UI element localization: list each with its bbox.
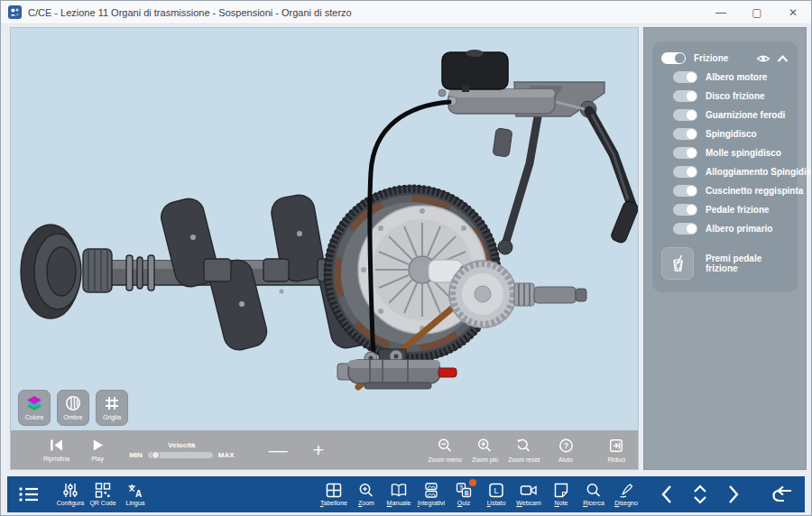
speed-decrease-button[interactable]: — — [269, 440, 288, 459]
toolbar-item-ricerca[interactable]: Ricerca — [577, 483, 610, 506]
return-arrow-icon[interactable] — [770, 484, 794, 504]
zoom-label: Zoom — [358, 500, 374, 506]
toolbar-item-manuale[interactable]: Manuale — [383, 483, 415, 506]
speed-slider[interactable] — [148, 452, 213, 458]
toolbar-item-zoom[interactable]: Zoom — [350, 483, 383, 506]
media-stack-icon — [423, 483, 439, 498]
quiz-notification-dot — [469, 479, 476, 486]
chevrons-up-down-icon[interactable] — [691, 484, 709, 505]
minimize-button[interactable]: — — [703, 1, 739, 23]
toolbar-navigation — [660, 484, 794, 505]
maximize-button[interactable]: ▢ — [739, 1, 775, 23]
toggle-spingidisco[interactable] — [673, 128, 697, 140]
zoom-in-label: Zoom più — [472, 456, 498, 463]
board-grid-icon — [326, 483, 342, 498]
chevron-up-icon[interactable] — [777, 54, 789, 63]
toolbar-item-quiz[interactable]: ? B Quiz — [448, 483, 480, 506]
toggle-molle-spingidisco[interactable] — [673, 147, 697, 159]
toggle-label: Spingidisco — [706, 129, 757, 139]
svg-text:?: ? — [563, 441, 568, 450]
toolbar-item-tabellone[interactable]: Tabellone — [318, 483, 350, 506]
svg-text:A: A — [135, 489, 142, 498]
toolbar-item-webcam[interactable]: Webcam — [512, 483, 545, 506]
qr-code-label: QR Code — [89, 500, 115, 506]
toolbar-item-lingua[interactable]: A Lingua — [119, 483, 152, 506]
zoom-out-button[interactable]: Zoom meno — [429, 438, 462, 463]
griglia-label: Griglia — [103, 414, 121, 420]
collapse-exit-icon — [608, 438, 624, 454]
toggle-row: Molle spingidisco — [661, 146, 789, 160]
primary-shaft-gear — [449, 261, 586, 327]
magnifier-reset-icon — [515, 438, 532, 454]
press-gesture-icon — [669, 253, 687, 273]
toggle-alloggiamento-spingidisco[interactable] — [673, 166, 697, 178]
note-label: Note — [555, 500, 568, 506]
chevron-right-icon[interactable] — [727, 484, 740, 504]
colore-button[interactable]: Colore — [18, 390, 51, 426]
eye-icon[interactable] — [756, 53, 770, 64]
toggle-label: Pedale frizione — [706, 205, 770, 215]
ombre-label: Ombre — [63, 414, 82, 420]
toggle-label: Guarnizione ferodi — [706, 110, 785, 120]
toggle-label: Disco frizione — [706, 91, 765, 101]
toggle-row: Pedale frizione — [661, 203, 789, 217]
speed-slider-knob[interactable] — [152, 451, 160, 459]
zoom-out-label: Zoom meno — [429, 456, 462, 463]
toggle-pedale-frizione[interactable] — [673, 204, 697, 216]
press-pedal-label: Premi pedale frizione — [706, 253, 789, 273]
zoom-reset-label: Zoom reset — [508, 456, 540, 463]
toolbar-item-configura[interactable]: Configura — [54, 483, 87, 506]
restart-label: Ripristina — [43, 456, 69, 462]
layers-color-icon — [25, 394, 43, 412]
play-button[interactable]: Play — [89, 438, 106, 462]
close-button[interactable]: ✕ — [775, 1, 811, 23]
toggle-row: Cuscinetto reggispinta — [661, 184, 789, 198]
help-button[interactable]: ? Aiuto — [558, 438, 575, 463]
list-menu-icon — [18, 484, 40, 504]
press-pedal-button[interactable] — [661, 247, 694, 280]
speed-control: Velocità MIN MAX — [129, 441, 234, 459]
window-title: C/CE - Lezione 11 Organi di trasmissione… — [28, 7, 352, 18]
toolbar-item-listato[interactable]: L Listato — [480, 483, 512, 506]
toolbar-item-qr-code[interactable]: QR Code — [87, 483, 119, 506]
toggle-cuscinetto-reggispinta[interactable] — [673, 185, 697, 197]
open-book-icon — [391, 483, 407, 498]
ricerca-label: Ricerca — [583, 500, 604, 506]
toggle-frizione[interactable] — [661, 52, 686, 64]
pen-draw-icon — [618, 483, 634, 498]
toggle-guarnizione-ferodi[interactable] — [673, 109, 697, 121]
disegno-label: Disegno — [614, 500, 638, 506]
3d-viewport[interactable]: Colore Ombre Griglia — [11, 28, 638, 430]
toggle-row: Albero motore — [661, 70, 789, 84]
magnifier-minus-icon — [437, 438, 454, 454]
toggle-disco-frizione[interactable] — [673, 90, 697, 102]
toggle-label: Cuscinetto reggispinta — [706, 186, 803, 196]
speed-max-label: MAX — [218, 451, 235, 459]
chevron-left-icon[interactable] — [660, 484, 673, 504]
zoom-reset-button[interactable]: Zoom reset — [508, 438, 540, 463]
toggle-albero-motore[interactable] — [673, 71, 697, 83]
toggle-row: Alloggiamento Spingidisco — [661, 165, 789, 179]
minimize-panel-button[interactable]: Riduci — [608, 438, 625, 463]
speed-increase-button[interactable]: + — [313, 440, 324, 459]
3d-model-clutch-assembly — [11, 28, 638, 430]
viewport-display-buttons: Colore Ombre Griglia — [18, 390, 128, 426]
colore-label: Colore — [25, 414, 44, 420]
search-icon — [586, 483, 602, 498]
parts-visibility-panel: Frizione Albero motore Disco frizione Gu… — [643, 27, 807, 470]
toggle-row: Guarnizione ferodi — [661, 108, 789, 122]
help-label: Aiuto — [558, 456, 573, 463]
restart-button[interactable]: Ripristina — [43, 438, 69, 462]
frizione-card: Frizione Albero motore Disco frizione Gu… — [652, 41, 798, 292]
zoom-in-button[interactable]: Zoom più — [472, 438, 498, 463]
quiz-q-label: Integrativi — [418, 500, 445, 506]
ombre-button[interactable]: Ombre — [57, 390, 89, 426]
toggle-row: Disco frizione — [661, 89, 789, 103]
toolbar-item-integrativi[interactable]: Integrativi — [415, 483, 448, 506]
griglia-button[interactable]: Griglia — [96, 390, 128, 426]
toggle-row: Spingidisco — [661, 127, 789, 141]
menu-button[interactable] — [18, 484, 40, 504]
toolbar-item-disegno[interactable]: Disegno — [610, 483, 642, 506]
toolbar-item-note[interactable]: Note — [545, 483, 577, 506]
toggle-albero-primario[interactable] — [673, 223, 697, 235]
